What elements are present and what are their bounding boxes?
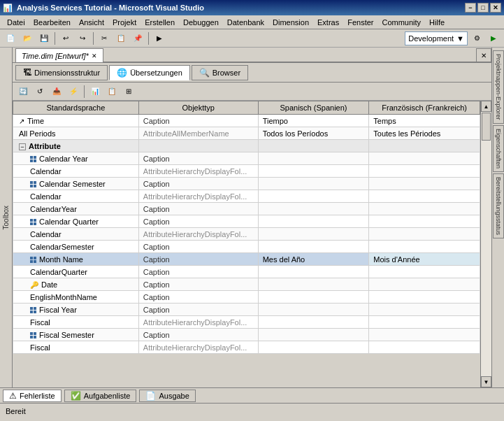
row-spanish-cell[interactable] [258,152,369,165]
expand-icon[interactable]: − [19,143,26,150]
add-translation-button[interactable]: 🔄 [15,85,31,99]
maximize-button[interactable]: □ [477,3,489,13]
tab-nav-item-1[interactable]: 🌐Übersetzungen [109,65,190,80]
menu-item-fenster[interactable]: Fenster [343,17,377,28]
table-row[interactable]: FiscalAttributeHierarchyDisplayFol... [13,341,480,354]
scroll-up-arrow[interactable]: ▲ [481,101,491,112]
row-spanish-cell[interactable] [258,178,369,190]
row-spanish-cell[interactable] [258,278,369,291]
col-remove-button[interactable]: 📋 [104,85,120,99]
right-sidebar-tab-2[interactable]: Bereitstellungsstatus [493,173,504,238]
menu-item-community[interactable]: Community [377,17,425,28]
toolbox-sidebar[interactable]: Toolbox [0,48,13,387]
table-row[interactable]: CalendarSemesterCaption [13,241,480,253]
table-row[interactable]: 🔑DateCaption [13,278,480,291]
row-spanish-cell[interactable]: Mes del Año [258,253,369,266]
table-scroll-content[interactable]: StandardspracheObjekttypSpanisch (Spanie… [13,101,480,387]
scroll-down-arrow[interactable]: ▼ [481,376,491,387]
table-row[interactable]: Calendar SemesterCaption [13,178,480,190]
paste-button[interactable]: 📌 [130,31,145,45]
row-spanish-cell[interactable] [258,140,369,152]
row-spanish-cell[interactable] [258,241,369,253]
tab-nav-item-0[interactable]: 🏗Dimensionsstruktur [15,65,108,80]
row-french-cell[interactable] [369,241,480,253]
row-spanish-cell[interactable] [258,316,369,329]
table-row[interactable]: All PeriodsAttributeAllMemberNameTodos l… [13,127,480,140]
row-spanish-cell[interactable] [258,304,369,316]
table-row[interactable]: Calendar YearCaption [13,152,480,165]
doc-tab-close-icon[interactable]: ✕ [92,52,97,59]
row-spanish-cell[interactable] [258,329,369,341]
minimize-button[interactable]: − [465,3,476,13]
menu-item-projekt[interactable]: Projekt [108,17,141,28]
row-french-cell[interactable]: Mois d'Année [369,253,480,266]
table-row[interactable]: EnglishMonthNameCaption [13,291,480,304]
menu-item-erstellen[interactable]: Erstellen [141,17,179,28]
row-spanish-cell[interactable] [258,266,369,278]
row-french-cell[interactable] [369,190,480,203]
row-french-cell[interactable]: Toutes les Périodes [369,127,480,140]
row-spanish-cell[interactable] [258,228,369,241]
row-spanish-cell[interactable]: Tiempo [258,115,369,127]
menu-item-extras[interactable]: Extras [313,17,343,28]
tab-nav-item-2[interactable]: 🔍Browser [192,65,248,80]
row-spanish-cell[interactable] [258,291,369,304]
row-french-cell[interactable] [369,140,480,152]
row-french-cell[interactable] [369,215,480,228]
close-button[interactable]: ✕ [490,3,501,13]
row-french-cell[interactable] [369,266,480,278]
row-spanish-cell[interactable] [258,190,369,203]
grid-button[interactable]: ⊞ [121,85,136,99]
bottom-tab-1[interactable]: ✅Aufgabenliste [64,390,137,402]
row-spanish-cell[interactable] [258,203,369,215]
row-spanish-cell[interactable] [258,165,369,178]
table-row[interactable]: CalendarQuarterCaption [13,266,480,278]
menu-item-ansicht[interactable]: Ansicht [75,17,108,28]
row-spanish-cell[interactable] [258,341,369,354]
open-button[interactable]: 📂 [20,31,35,45]
save-button[interactable]: 💾 [36,31,52,45]
new-button[interactable]: 📄 [3,31,18,45]
table-row[interactable]: CalendarAttributeHierarchyDisplayFol... [13,190,480,203]
undo-button[interactable]: ↩ [58,31,73,45]
scroll-thumb[interactable] [482,113,491,141]
row-french-cell[interactable]: Temps [369,115,480,127]
row-french-cell[interactable] [369,152,480,165]
col-add-button[interactable]: 📊 [87,85,103,99]
row-french-cell[interactable] [369,291,480,304]
row-spanish-cell[interactable] [258,215,369,228]
run-button[interactable]: ▶ [486,31,501,45]
redo-button[interactable]: ↪ [75,31,90,45]
bottom-tab-0[interactable]: ⚠Fehlerliste [3,390,62,402]
cut-button[interactable]: ✂ [96,31,112,45]
menu-item-bearbeiten[interactable]: Bearbeiten [29,17,75,28]
row-french-cell[interactable] [369,304,480,316]
col-header-0[interactable]: Standardsprache [13,101,139,115]
vertical-scrollbar[interactable]: ▲ ▼ [480,101,491,387]
config-dropdown[interactable]: Development ▼ [405,31,468,45]
deploy-button[interactable]: ▶ [152,31,167,45]
config-btn2[interactable]: ⚙ [469,31,484,45]
row-french-cell[interactable] [369,316,480,329]
row-french-cell[interactable] [369,165,480,178]
row-spanish-cell[interactable]: Todos los Períodos [258,127,369,140]
export-button[interactable]: ⚡ [66,85,81,99]
bottom-tab-2[interactable]: 📄Ausgabe [139,390,195,402]
row-french-cell[interactable] [369,203,480,215]
row-french-cell[interactable] [369,178,480,190]
right-sidebar-tab-1[interactable]: Eigenschaften [493,125,504,172]
table-row[interactable]: FiscalAttributeHierarchyDisplayFol... [13,316,480,329]
table-row[interactable]: ↗TimeCaptionTiempoTemps [13,115,480,127]
menu-item-dimension[interactable]: Dimension [268,17,313,28]
row-french-cell[interactable] [369,329,480,341]
menu-item-datei[interactable]: Datei [3,17,29,28]
table-row[interactable]: CalendarAttributeHierarchyDisplayFol... [13,228,480,241]
menu-item-datenbank[interactable]: Datenbank [223,17,268,28]
col-header-2[interactable]: Spanisch (Spanien) [258,101,369,115]
copy-button[interactable]: 📋 [113,31,129,45]
refresh-button[interactable]: ↺ [32,85,48,99]
col-header-3[interactable]: Französisch (Frankreich) [369,101,480,115]
row-french-cell[interactable] [369,228,480,241]
doc-close-right-icon[interactable]: ✕ [476,48,491,62]
col-header-1[interactable]: Objekttyp [138,101,258,115]
